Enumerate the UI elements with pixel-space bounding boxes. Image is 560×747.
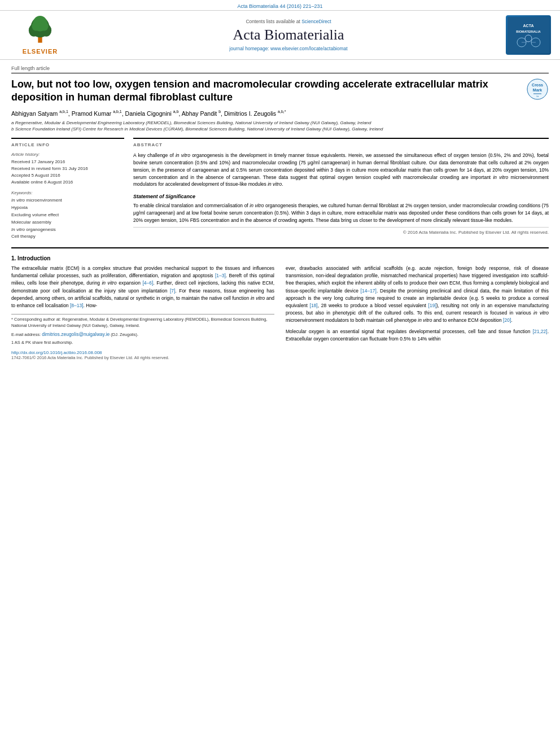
footnote-corresponding: * Corresponding author at: Regenerative,… <box>11 317 274 329</box>
svg-point-5 <box>32 21 40 31</box>
body-col-right: ever, drawbacks associated with artifici… <box>286 265 549 348</box>
elsevier-tree-icon <box>23 16 57 47</box>
ref-21-22[interactable]: [21,22] <box>533 329 548 334</box>
svg-text:Cross: Cross <box>532 83 543 87</box>
homepage-line: journal homepage: www.elsevier.com/locat… <box>82 46 495 51</box>
doi-link[interactable]: http://dx.doi.org/10.1016/j.actbio.2016.… <box>11 350 102 355</box>
ref-4-6[interactable]: [4–6] <box>142 280 153 286</box>
article-section: Full length article Low, but not too low… <box>0 60 560 241</box>
received-date: Received 17 January 2016 <box>11 159 124 165</box>
article-type-label: Full length article <box>11 65 549 73</box>
history-label: Article history: <box>11 152 124 157</box>
crossmark-container: Cross Mark ™ <box>526 78 549 102</box>
journal-logo-icon: ACTA BIOMATERIALIA <box>508 17 550 54</box>
ref-14-17[interactable]: [14–17] <box>361 288 377 294</box>
ref-19[interactable]: [19] <box>428 303 436 308</box>
elsevier-logo-container: ELSEVIER <box>9 16 71 55</box>
body-para-3: Molecular oxygen is an essential signal … <box>286 328 549 343</box>
keyword-5: In vitro organogenesis <box>11 226 124 234</box>
page-wrapper: Acta Biomaterialia 44 (2016) 221–231 ELS… <box>0 0 560 747</box>
ref-20[interactable]: [20] <box>503 317 511 323</box>
header-banner: ELSEVIER Contents lists available at Sci… <box>0 10 560 60</box>
affiliation-a: a Regenerative, Modular & Developmental … <box>11 120 549 126</box>
affiliation-b: b Science Foundation Ireland (SFI) Centr… <box>11 126 549 132</box>
footnote-area: * Corresponding author at: Regenerative,… <box>11 314 274 346</box>
footer-section: http://dx.doi.org/10.1016/j.actbio.2016.… <box>0 348 560 362</box>
crossmark-icon: Cross Mark ™ <box>526 78 549 101</box>
affiliations: a Regenerative, Modular & Developmental … <box>11 120 549 132</box>
article-title: Low, but not too low, oxygen tension and… <box>11 78 526 104</box>
journal-title: Acta Biomaterialia <box>82 27 495 43</box>
sciencedirect-link[interactable]: ScienceDirect <box>301 19 331 24</box>
keyword-1: In vitro microenvironment <box>11 197 124 204</box>
article-meta-row: ARTICLE INFO Article history: Received 1… <box>11 138 549 241</box>
body-para-2: ever, drawbacks associated with artifici… <box>286 265 549 324</box>
article-info-panel: ARTICLE INFO Article history: Received 1… <box>11 138 124 241</box>
ref-8-13[interactable]: [8–13] <box>70 303 84 308</box>
svg-text:Mark: Mark <box>533 88 542 92</box>
ref-18[interactable]: [18] <box>310 303 318 308</box>
keywords-label: Keywords: <box>11 190 124 195</box>
abstract-title: ABSTRACT <box>133 142 549 147</box>
intro-heading: 1. Introduction <box>11 255 549 261</box>
keyword-4: Molecular assembly <box>11 219 124 226</box>
abstract-panel: ABSTRACT A key challenge of in vitro org… <box>133 138 549 241</box>
header-center: Contents lists available at ScienceDirec… <box>71 19 506 51</box>
abstract-text: A key challenge of in vitro organogenesi… <box>133 152 549 188</box>
body-columns: The extracellular matrix (ECM) is a comp… <box>11 265 549 348</box>
abstract-copyright: © 2016 Acta Materialia Inc. Published by… <box>133 227 549 235</box>
significance-text: To enable clinical translation and comme… <box>133 202 549 224</box>
svg-text:ACTA: ACTA <box>523 24 533 28</box>
footer-doi: http://dx.doi.org/10.1016/j.actbio.2016.… <box>11 350 549 355</box>
journal-citation: Acta Biomaterialia 44 (2016) 221–231 <box>0 0 560 10</box>
keywords-list: In vitro microenvironment Hypoxia Exclud… <box>11 197 124 241</box>
available-date: Available online 6 August 2016 <box>11 179 124 186</box>
keyword-3: Excluding volume effect <box>11 212 124 219</box>
body-para-1: The extracellular matrix (ECM) is a comp… <box>11 265 274 309</box>
contents-line: Contents lists available at ScienceDirec… <box>82 19 495 24</box>
article-info-title: ARTICLE INFO <box>11 142 124 147</box>
keyword-2: Hypoxia <box>11 204 124 212</box>
accepted-date: Accepted 5 August 2016 <box>11 172 124 179</box>
footnote-shared: 1 AS & PK share first authorship. <box>11 340 274 346</box>
homepage-link[interactable]: journal homepage: www.elsevier.com/locat… <box>229 46 347 51</box>
keyword-6: Cell therapy <box>11 233 124 241</box>
footer-copyright-text: 1742-7061/© 2016 Acta Materialia Inc. Pu… <box>11 355 549 360</box>
section-divider <box>11 247 549 248</box>
article-title-row: Low, but not too low, oxygen tension and… <box>11 78 549 104</box>
email-link[interactable]: dimitrios.zeugolis@nuigalway.ie <box>42 331 110 337</box>
footnote-email: E-mail address: dimitrios.zeugolis@nuiga… <box>11 331 274 338</box>
ref-1-3[interactable]: [1–3] <box>215 273 226 278</box>
ref-7[interactable]: [7] <box>170 288 175 294</box>
svg-text:™: ™ <box>536 95 539 98</box>
body-col-left: The extracellular matrix (ECM) is a comp… <box>11 265 274 348</box>
svg-text:BIOMATERIALIA: BIOMATERIALIA <box>516 30 540 33</box>
svg-point-6 <box>40 21 49 31</box>
body-section: 1. Introduction The extracellular matrix… <box>0 255 560 348</box>
authors-line: Abhigyan Satyam a,b,1, Pramod Kumar a,b,… <box>11 109 549 117</box>
article-dates: Received 17 January 2016 Received in rev… <box>11 159 124 186</box>
journal-logo-right: ACTA BIOMATERIALIA <box>506 15 551 55</box>
elsevier-logo: ELSEVIER <box>23 16 58 55</box>
significance-title: Statement of Significance <box>133 194 549 199</box>
revised-date: Received in revised form 31 July 2016 <box>11 165 124 172</box>
